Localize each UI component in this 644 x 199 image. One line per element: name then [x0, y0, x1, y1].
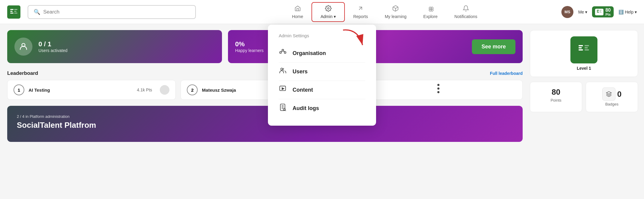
logo-icon [7, 5, 20, 19]
nav-label-admin: Admin ▾ [320, 14, 336, 19]
see-more-button[interactable]: See more [472, 39, 515, 54]
svg-rect-0 [10, 9, 14, 10]
nav-label-reports: Reports [353, 14, 368, 19]
users-activated-card: 0 / 1 Users activated [7, 30, 222, 63]
nav-item-notifications[interactable]: Notifications [446, 3, 486, 21]
lb-avatar-1 [160, 85, 169, 95]
audit-logs-label: Audit logs [293, 105, 319, 112]
help-chevron-icon: ▾ [635, 10, 637, 14]
svg-rect-18 [600, 12, 602, 12]
svg-rect-4 [14, 11, 17, 12]
svg-rect-2 [10, 13, 14, 14]
rank-2: 2 [187, 84, 198, 95]
stat-cards: 80 Points 0 Badges [530, 82, 638, 112]
full-leaderboard-link[interactable]: Full leaderboard [490, 71, 523, 76]
rank-1: 1 [14, 84, 24, 95]
dropdown-item-organisation[interactable]: Organisation [279, 44, 365, 63]
level-badge-icon [595, 9, 603, 15]
nav-items: Home Admin ▾ Reports My learning [208, 2, 561, 22]
organisation-label: Organisation [293, 50, 326, 57]
right-panel: Level 1 80 Points 0 Badges [530, 24, 644, 199]
svg-rect-38 [585, 45, 589, 46]
nav-item-admin[interactable]: Admin ▾ [311, 2, 345, 22]
svg-rect-36 [579, 47, 582, 48]
badges-stat-card: 0 Badges [586, 82, 638, 112]
leaderboard-row-more [354, 80, 523, 100]
hero-cards: 0 / 1 Users activated 0% Happy learners … [7, 30, 523, 63]
explore-icon [427, 5, 434, 14]
search-bar[interactable]: 🔍 [28, 5, 196, 19]
my-learning-icon [392, 5, 399, 14]
level-card: Level 1 [530, 30, 638, 77]
svg-line-7 [359, 7, 362, 10]
home-icon [294, 5, 301, 14]
svg-rect-19 [280, 52, 281, 53]
svg-rect-37 [579, 49, 583, 51]
leaderboard-section: Leaderboard Full leaderboard 1 AI Testin… [7, 70, 523, 100]
svg-line-22 [281, 51, 283, 52]
organisation-icon [279, 48, 287, 58]
svg-rect-40 [585, 49, 589, 51]
points-stat-label: Points [537, 98, 575, 103]
users-label: Users [293, 69, 308, 75]
badges-stat-label: Badges [593, 102, 630, 106]
right-nav: MS Me ▾ 80 Pts ℹ️ Help ▾ [561, 6, 637, 18]
me-label: Me [578, 10, 584, 14]
points-label: Pts [606, 13, 611, 16]
svg-rect-20 [282, 49, 284, 51]
bottom-banner: 2 / 4 in Platform administration SocialT… [7, 106, 523, 142]
admin-dropdown: Admin Settings Organisation Users Conten… [268, 25, 376, 126]
info-icon: ℹ️ [618, 10, 624, 14]
badges-stat-num: 0 [617, 90, 621, 99]
svg-point-24 [281, 68, 283, 70]
svg-rect-27 [280, 104, 285, 111]
leaderboard-row: 1 AI Testing 4.1k Pts [7, 80, 176, 100]
dropdown-item-users[interactable]: Users [279, 63, 365, 81]
users-activated-num: 0 / 1 [38, 40, 67, 48]
nav-item-home[interactable]: Home [284, 3, 311, 21]
admin-icon [325, 5, 332, 14]
points-badge[interactable]: 80 Pts [592, 6, 614, 18]
navbar: 🔍 Home Admin ▾ Reports [0, 0, 644, 24]
svg-rect-14 [597, 11, 598, 11]
svg-line-32 [285, 110, 286, 111]
avatar[interactable]: MS [561, 6, 573, 18]
left-panel: 0 / 1 Users activated 0% Happy learners … [0, 24, 530, 199]
me-button[interactable]: Me ▾ [578, 10, 587, 14]
nav-label-explore: Explore [423, 14, 437, 19]
nav-item-explore[interactable]: Explore [415, 3, 446, 21]
happy-pct: 0% [235, 40, 264, 48]
banner-title: SocialTalent Platfrom [17, 121, 513, 130]
svg-rect-5 [14, 13, 17, 14]
svg-rect-17 [600, 11, 601, 11]
svg-line-23 [283, 51, 285, 52]
points-number: 80 [605, 8, 611, 13]
dropdown-title: Admin Settings [279, 33, 365, 38]
logo-area[interactable] [7, 5, 20, 19]
svg-rect-39 [585, 47, 588, 48]
search-input[interactable] [43, 9, 190, 15]
svg-rect-16 [600, 10, 602, 10]
happy-desc: Happy learners [235, 48, 264, 53]
help-label: Help [625, 10, 633, 14]
me-chevron-icon: ▾ [585, 10, 587, 14]
points-stat-card: 80 Points [530, 82, 582, 112]
chevron-down-icon: ▾ [334, 14, 336, 19]
content-icon [279, 85, 287, 95]
svg-rect-21 [284, 52, 286, 53]
nav-item-reports[interactable]: Reports [345, 3, 376, 21]
nav-item-my-learning[interactable]: My learning [376, 3, 415, 21]
users-icon [279, 67, 287, 76]
dropdown-item-audit-logs[interactable]: Audit logs [279, 99, 365, 117]
banner-sub: 2 / 4 in Platform administration [17, 114, 513, 119]
level-icon-box [570, 36, 597, 63]
leaderboard-header: Leaderboard Full leaderboard [7, 70, 523, 76]
svg-rect-13 [597, 10, 599, 10]
nav-label-notifications: Notifications [454, 14, 477, 19]
reports-icon [357, 5, 364, 14]
user-card-icon [14, 38, 32, 56]
points-stat-num: 80 [537, 87, 575, 97]
dropdown-item-content[interactable]: Content [279, 81, 365, 99]
help-button[interactable]: ℹ️ Help ▾ [618, 10, 637, 14]
nav-label-home: Home [292, 14, 303, 19]
